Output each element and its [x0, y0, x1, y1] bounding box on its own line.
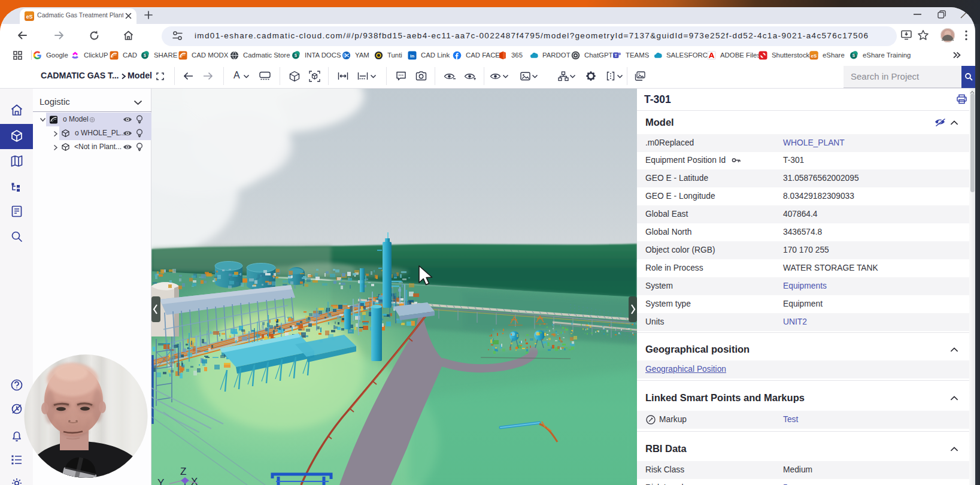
svg-text:in: in [410, 53, 414, 59]
svg-text:S: S [295, 53, 298, 57]
svg-text:X: X [191, 476, 198, 485]
svg-text:S: S [144, 53, 147, 57]
svg-text:T: T [615, 53, 618, 57]
svg-text:Z: Z [180, 466, 186, 477]
svg-text:S: S [852, 53, 855, 57]
svg-text:eS: eS [811, 53, 817, 59]
svg-text:eS: eS [26, 14, 32, 20]
svg-text:Y: Y [157, 477, 164, 485]
